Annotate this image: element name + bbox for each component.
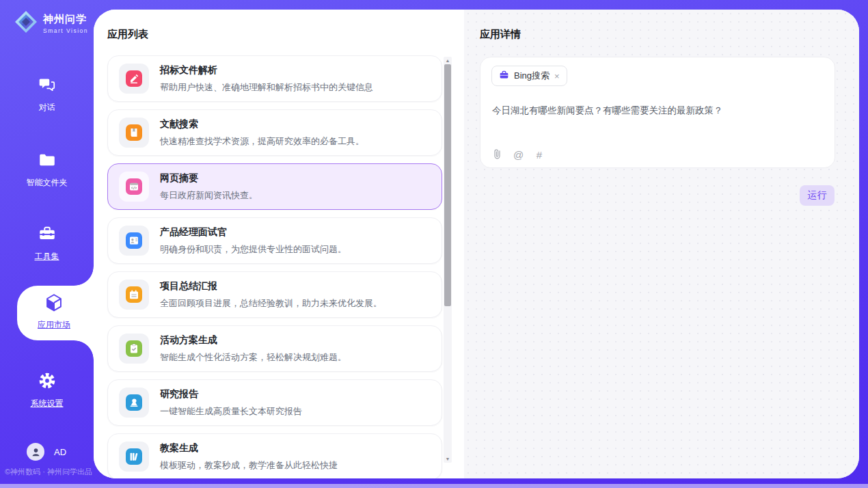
diamond-logo-icon — [14, 10, 38, 37]
hash-icon[interactable]: # — [534, 149, 544, 161]
toolbox-icon — [38, 224, 57, 246]
sidebar-item-smart-folders[interactable]: 智能文件夹 — [0, 150, 94, 189]
sidebar-item-label: 应用市场 — [38, 319, 70, 331]
window-bottom-edge — [0, 484, 868, 488]
app-card-title: 网页摘要 — [160, 172, 258, 185]
books-icon — [126, 448, 142, 465]
app-card-title: 文献搜索 — [160, 118, 364, 131]
app-icon — [119, 280, 149, 310]
avatar — [27, 443, 44, 461]
prompt-card: Bing搜索 × 今日湖北有哪些新闻要点？有哪些需要关注的最新政策？ @ # — [480, 57, 835, 168]
app-card[interactable]: 活动方案生成 智能生成个性化活动方案，轻松解决规划难题。 — [107, 325, 442, 372]
copyright-text: ©神州数码 · 神州问学出品 — [5, 467, 92, 477]
prompt-text[interactable]: 今日湖北有哪些新闻要点？有哪些需要关注的最新政策？ — [492, 104, 820, 118]
calendar-icon — [126, 286, 142, 303]
sidebar: 神州问学 Smart Vision 对话 智能文件夹 — [0, 0, 94, 488]
brand-logo: 神州问学 Smart Vision — [14, 10, 88, 37]
app-icon — [119, 226, 149, 256]
sidebar-selected-bubble: 应用市场 — [17, 286, 94, 340]
app-detail-panel: 应用详情 Bing搜索 × 今日湖北有哪些新闻要点？有哪些需要关注的最新政策？ — [464, 10, 859, 478]
gear-icon — [38, 371, 57, 393]
app-card[interactable]: 产品经理面试官 明确身份和职责，为您提供专业性的面试问题。 — [107, 217, 442, 264]
brand-tagline: Smart Vision — [43, 27, 88, 34]
prompt-toolbar: @ # — [492, 148, 544, 161]
book-icon — [126, 124, 142, 141]
app-list-panel: 应用列表 招标文件解析 帮助用户快速、准确地理解和解析招标书中的关键信息 — [94, 10, 464, 478]
close-icon[interactable]: × — [554, 72, 560, 81]
scroll-down-icon[interactable]: ▼ — [444, 455, 452, 463]
microscope-icon — [126, 394, 142, 411]
sidebar-item-label: 智能文件夹 — [27, 177, 68, 189]
app-card-title: 产品经理面试官 — [160, 226, 347, 239]
app-card-title: 研究报告 — [160, 388, 302, 401]
app-card-desc: 智能生成个性化活动方案，轻松解决规划难题。 — [160, 351, 347, 364]
briefcase-icon — [499, 70, 509, 83]
app-icon — [119, 388, 149, 418]
sidebar-item-settings[interactable]: 系统设置 — [0, 371, 94, 409]
scrollbar-thumb[interactable] — [444, 64, 451, 306]
edit-doc-icon — [126, 70, 142, 87]
sidebar-item-toolset[interactable]: 工具集 — [0, 224, 94, 262]
tool-tag[interactable]: Bing搜索 × — [491, 66, 567, 86]
app-card-desc: 一键智能生成高质量长文本研究报告 — [160, 405, 302, 418]
run-button[interactable]: 运行 — [800, 185, 835, 206]
main-container: 应用列表 招标文件解析 帮助用户快速、准确地理解和解析招标书中的关键信息 — [94, 10, 859, 478]
app-icon — [119, 172, 149, 202]
app-card-title: 教案生成 — [160, 442, 338, 455]
app-card-title: 活动方案生成 — [160, 334, 347, 347]
app-card-desc: 明确身份和职责，为您提供专业性的面试问题。 — [160, 243, 347, 256]
app-card-desc: 每日政府新闻资讯快查。 — [160, 189, 258, 202]
cube-icon — [44, 293, 64, 316]
scrollbar: ▲ ▼ — [444, 57, 452, 463]
app-card-title: 项目总结汇报 — [160, 280, 382, 293]
app-icon — [119, 118, 149, 148]
user-initials: AD — [54, 447, 66, 457]
sidebar-item-label: 工具集 — [35, 251, 59, 262]
clipboard-check-icon — [126, 340, 142, 357]
brand-name: 神州问学 — [43, 13, 88, 26]
user-account[interactable]: AD — [27, 443, 66, 461]
tool-tag-label: Bing搜索 — [514, 70, 550, 82]
app-card-title: 招标文件解析 — [160, 64, 373, 77]
app-list: 招标文件解析 帮助用户快速、准确地理解和解析招标书中的关键信息 文献搜索 快速精… — [107, 55, 442, 478]
app-detail-title: 应用详情 — [480, 28, 521, 41]
sidebar-item-label: 对话 — [39, 102, 55, 113]
app-card-selected[interactable]: 网页摘要 每日政府新闻资讯快查。 — [107, 163, 442, 210]
webpage-icon — [126, 178, 142, 195]
scroll-up-icon[interactable]: ▲ — [444, 57, 452, 64]
attachment-icon[interactable] — [492, 148, 502, 161]
sidebar-item-chat[interactable]: 对话 — [0, 75, 94, 113]
app-card-desc: 全面回顾项目进展，总结经验教训，助力未来优化发展。 — [160, 297, 382, 310]
folder-icon — [38, 150, 57, 172]
mention-icon[interactable]: @ — [513, 149, 523, 161]
app-card[interactable]: 招标文件解析 帮助用户快速、准确地理解和解析招标书中的关键信息 — [107, 55, 442, 102]
app-icon — [119, 334, 149, 364]
app-card[interactable]: 项目总结汇报 全面回顾项目进展，总结经验教训，助力未来优化发展。 — [107, 271, 442, 318]
sidebar-item-label: 系统设置 — [31, 398, 64, 409]
app-card-desc: 模板驱动，教案秒成，教学准备从此轻松快捷 — [160, 459, 338, 472]
chat-icon — [38, 75, 57, 97]
sidebar-item-app-market[interactable]: 应用市场 — [25, 293, 83, 331]
app-icon — [119, 442, 149, 472]
app-card[interactable]: 文献搜索 快速精准查找学术资源，提高研究效率的必备工具。 — [107, 109, 442, 156]
app-card-desc: 帮助用户快速、准确地理解和解析招标书中的关键信息 — [160, 81, 373, 94]
app-card[interactable]: 研究报告 一键智能生成高质量长文本研究报告 — [107, 379, 442, 426]
app-list-title: 应用列表 — [107, 28, 148, 41]
app-card-desc: 快速精准查找学术资源，提高研究效率的必备工具。 — [160, 135, 364, 148]
app-icon — [119, 64, 149, 94]
app-card[interactable]: 教案生成 模板驱动，教案秒成，教学准备从此轻松快捷 — [107, 433, 442, 478]
interviewer-icon — [126, 232, 142, 249]
